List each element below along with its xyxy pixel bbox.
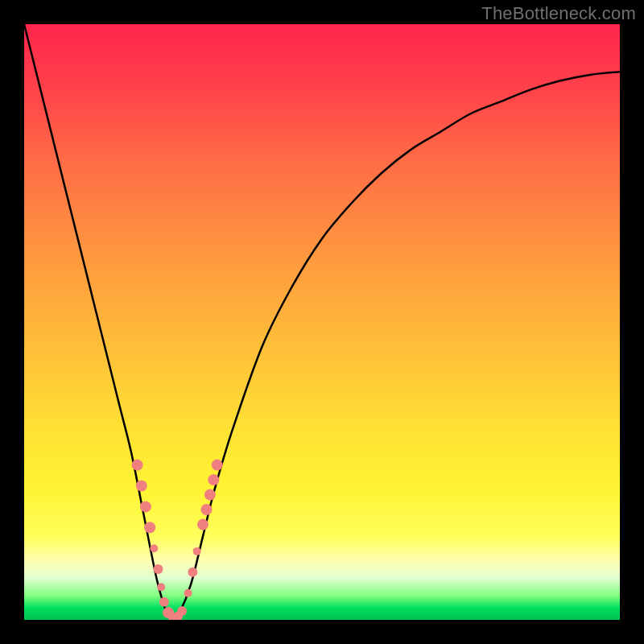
data-marker [159,597,169,607]
data-marker [200,504,212,515]
data-marker [140,501,151,512]
data-marker [132,460,143,471]
data-marker [212,460,223,471]
data-marker [177,606,187,616]
bottleneck-curve-chart [24,24,620,620]
data-marker [150,544,158,552]
data-marker [144,522,155,533]
curve-path [24,24,620,620]
data-marker [136,481,147,492]
data-marker [154,564,163,574]
plot-area [24,24,620,620]
data-marker [204,489,216,501]
chart-stage: TheBottleneck.com [0,0,644,644]
data-marker [208,474,219,485]
data-marker [197,519,208,530]
data-marker [193,547,201,555]
data-marker [188,568,197,577]
data-marker [157,583,165,591]
data-marker [184,589,192,597]
watermark-text: TheBottleneck.com [481,3,636,24]
